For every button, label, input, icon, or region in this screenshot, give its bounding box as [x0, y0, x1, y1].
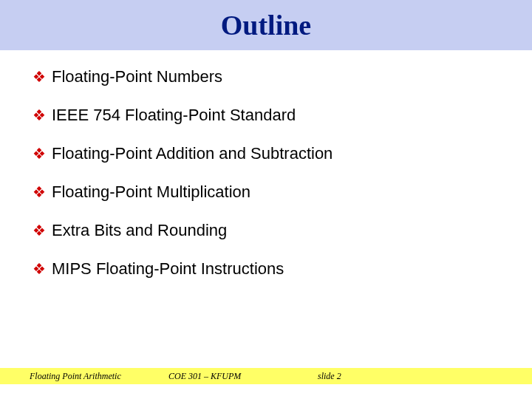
list-item: ❖ Floating-Point Addition and Subtractio…: [33, 143, 502, 164]
bullet-list: ❖ Floating-Point Numbers ❖ IEEE 754 Floa…: [33, 66, 502, 297]
bullet-text: Floating-Point Multiplication: [52, 182, 250, 202]
diamond-bullet-icon: ❖: [33, 105, 46, 126]
footer-bar: Floating Point Arithmetic COE 301 – KFUP…: [0, 368, 532, 384]
list-item: ❖ Floating-Point Multiplication: [33, 182, 502, 202]
footer-left: Floating Point Arithmetic: [30, 371, 121, 382]
bullet-text: IEEE 754 Floating-Point Standard: [52, 105, 296, 126]
footer-center: COE 301 – KFUPM: [168, 371, 241, 382]
diamond-bullet-icon: ❖: [33, 182, 46, 202]
slide-title: Outline: [221, 9, 311, 41]
diamond-bullet-icon: ❖: [33, 220, 46, 241]
list-item: ❖ Floating-Point Numbers: [33, 66, 502, 87]
list-item: ❖ MIPS Floating-Point Instructions: [33, 259, 502, 279]
list-item: ❖ IEEE 754 Floating-Point Standard: [33, 105, 502, 126]
slide: Outline ❖ Floating-Point Numbers ❖ IEEE …: [0, 0, 532, 399]
title-bar: Outline: [0, 0, 532, 50]
bullet-text: Floating-Point Numbers: [52, 66, 222, 87]
bullet-text: MIPS Floating-Point Instructions: [52, 259, 284, 279]
diamond-bullet-icon: ❖: [33, 259, 46, 279]
footer-right: slide 2: [318, 371, 341, 382]
bullet-text: Extra Bits and Rounding: [52, 220, 227, 241]
bullet-text: Floating-Point Addition and Subtraction: [52, 143, 332, 164]
list-item: ❖ Extra Bits and Rounding: [33, 220, 502, 241]
diamond-bullet-icon: ❖: [33, 143, 46, 164]
diamond-bullet-icon: ❖: [33, 66, 46, 87]
